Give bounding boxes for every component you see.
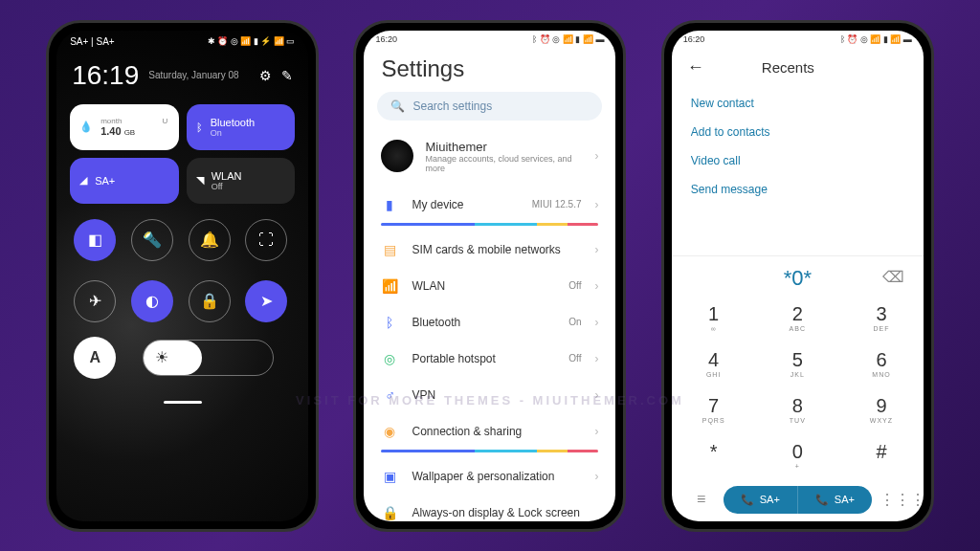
row-label: Connection & sharing — [412, 425, 581, 438]
key-6[interactable]: 6MNO — [839, 341, 924, 386]
screenshot-toggle[interactable]: ⛶ — [245, 219, 287, 261]
row-connection[interactable]: ◉ Connection & sharing › — [364, 413, 615, 450]
screen: 16:20 ᛒ ⏰ ◎ 📶 ▮ 📶 ▬ ← Recents New contac… — [672, 31, 924, 521]
lock-icon: 🔒 — [200, 292, 219, 310]
row-sim[interactable]: ▤ SIM cards & mobile networks › — [364, 231, 615, 268]
vibrate-icon: ◧ — [88, 231, 102, 249]
key-2[interactable]: 2ABC — [755, 295, 839, 341]
tile-bluetooth[interactable]: ᛒ BluetoothOn — [187, 104, 296, 150]
key-#[interactable]: # — [839, 432, 924, 478]
phone-dialer: 16:20 ᛒ ⏰ ◎ 📶 ▮ 📶 ▬ ← Recents New contac… — [661, 20, 934, 532]
auto-brightness-toggle[interactable]: A — [74, 337, 116, 379]
status-time: 16:20 — [375, 34, 397, 44]
row-aod[interactable]: 🔒 Always-on display & Lock screen — [364, 495, 615, 521]
bt-label: Bluetooth — [211, 117, 255, 128]
device-icon: ▮ — [381, 196, 398, 213]
key-3[interactable]: 3DEF — [839, 295, 924, 341]
tile-data-usage[interactable]: 💧 month U 1.40 GB — [70, 104, 179, 150]
chevron-right-icon: › — [594, 470, 598, 483]
status-bar: SA+ | SA+ ✱ ⏰ ◎ 📶 ▮ ⚡ 📶 ▭ — [56, 31, 308, 53]
key-*[interactable]: * — [672, 432, 756, 478]
dnd-toggle[interactable]: 🔔 — [189, 219, 231, 261]
key-4[interactable]: 4GHI — [672, 341, 756, 386]
call-sim1-button[interactable]: 📞SA+ — [724, 486, 798, 514]
row-wlan[interactable]: 📶 WLAN Off › — [364, 268, 615, 304]
lock-icon: 🔒 — [381, 504, 398, 521]
brightness-slider[interactable]: ☀ — [143, 340, 274, 376]
tile-sim[interactable]: ◢ SA+ — [70, 158, 179, 204]
darkmode-toggle[interactable]: ◐ — [131, 280, 173, 322]
key-7[interactable]: 7PQRS — [672, 386, 756, 432]
status-icons: ᛒ ⏰ ◎ 📶 ▮ 📶 ▬ — [840, 34, 912, 44]
key-9[interactable]: 9WXYZ — [839, 386, 924, 432]
back-button[interactable]: ← — [687, 57, 704, 77]
gear-icon[interactable]: ⚙ — [259, 68, 272, 83]
keypad: 1∞2ABC3DEF4GHI5JKL6MNO7PQRS8TUV9WXYZ*0+# — [672, 295, 924, 478]
clock-date: Saturday, January 08 — [148, 70, 238, 80]
row-value: Off — [568, 353, 581, 364]
search-input[interactable]: 🔍 Search settings — [377, 92, 602, 121]
signal-icon: ◢ — [79, 174, 87, 187]
flashlight-icon: 🔦 — [143, 231, 162, 249]
row-label: Wallpaper & personalization — [412, 470, 581, 483]
row-label: WLAN — [412, 279, 555, 293]
row-my-device[interactable]: ▮ My device MIUI 12.5.7 › — [364, 187, 615, 223]
chevron-right-icon: › — [594, 316, 598, 329]
location-toggle[interactable]: ➤ — [245, 280, 287, 322]
status-bar: 16:20 ᛒ ⏰ ◎ 📶 ▮ 📶 ▬ — [364, 31, 615, 48]
key-1[interactable]: 1∞ — [672, 295, 756, 341]
hotspot-icon: ◎ — [381, 350, 398, 367]
key-5[interactable]: 5JKL — [755, 341, 839, 386]
page-title: Recents — [762, 59, 814, 76]
airplane-toggle[interactable]: ✈ — [74, 280, 116, 322]
call-sim2-button[interactable]: 📞SA+ — [798, 486, 872, 514]
flashlight-toggle[interactable]: 🔦 — [131, 219, 173, 261]
data-month: month — [100, 117, 122, 125]
row-label: SIM cards & mobile networks — [412, 243, 581, 256]
menu-video-call[interactable]: Video call — [691, 146, 904, 175]
dialpad-button[interactable]: ⋮⋮⋮ — [880, 491, 908, 509]
row-value: Off — [568, 280, 581, 291]
row-wallpaper[interactable]: ▣ Wallpaper & personalization › — [364, 458, 615, 495]
dial-display: *0* ⌫ — [672, 255, 924, 295]
data-suffix: U — [162, 117, 167, 125]
row-label: Portable hotspot — [412, 352, 555, 365]
divider-bar — [381, 450, 598, 452]
menu-new-contact[interactable]: New contact — [691, 89, 904, 118]
bell-icon: 🔔 — [200, 231, 219, 249]
location-icon: ➤ — [260, 292, 273, 310]
menu-send-message[interactable]: Send message — [691, 175, 904, 204]
call-button-group: 📞SA+ 📞SA+ — [724, 486, 872, 514]
chevron-right-icon: › — [594, 198, 598, 211]
page-title: Settings — [364, 48, 615, 92]
vibrate-toggle[interactable]: ◧ — [74, 219, 116, 261]
chevron-right-icon: › — [594, 388, 598, 402]
wallpaper-icon: ▣ — [381, 468, 398, 485]
key-0[interactable]: 0+ — [755, 432, 839, 478]
row-vpn[interactable]: ♂ VPN › — [364, 377, 615, 413]
phone-quick-settings: SA+ | SA+ ✱ ⏰ ◎ 📶 ▮ ⚡ 📶 ▭ 16:19 Saturday… — [46, 20, 319, 532]
edit-icon[interactable]: ✎ — [281, 68, 293, 83]
row-hotspot[interactable]: ◎ Portable hotspot Off › — [364, 341, 615, 377]
toggle-row-2: ✈ ◐ 🔒 ➤ — [56, 271, 308, 332]
key-8[interactable]: 8TUV — [755, 386, 839, 432]
account-sub: Manage accounts, cloud services, and mor… — [425, 154, 583, 173]
menu-add-contacts[interactable]: Add to contacts — [691, 118, 904, 146]
tile-wlan[interactable]: ◥ WLANOff — [187, 158, 296, 204]
account-row[interactable]: Miuithemer Manage accounts, cloud servic… — [364, 130, 615, 187]
menu-button[interactable]: ≡ — [687, 491, 716, 508]
time-row: 16:19 Saturday, January 08 ⚙ ✎ — [56, 53, 308, 99]
call-label: SA+ — [835, 494, 855, 505]
backspace-button[interactable]: ⌫ — [882, 268, 904, 286]
data-amount: 1.40 — [100, 125, 121, 137]
call-label: SA+ — [760, 494, 780, 505]
dialed-number: *0* — [784, 266, 812, 290]
drag-handle[interactable] — [164, 401, 202, 404]
row-label: Always-on display & Lock screen — [412, 506, 598, 519]
row-label: My device — [412, 198, 518, 211]
action-menu: New contact Add to contacts Video call S… — [672, 87, 924, 206]
lock-toggle[interactable]: 🔒 — [189, 280, 231, 322]
bluetooth-icon: ᛒ — [196, 121, 203, 133]
row-bluetooth[interactable]: ᛒ Bluetooth On › — [364, 304, 615, 341]
sim-icon: ▤ — [381, 241, 398, 258]
